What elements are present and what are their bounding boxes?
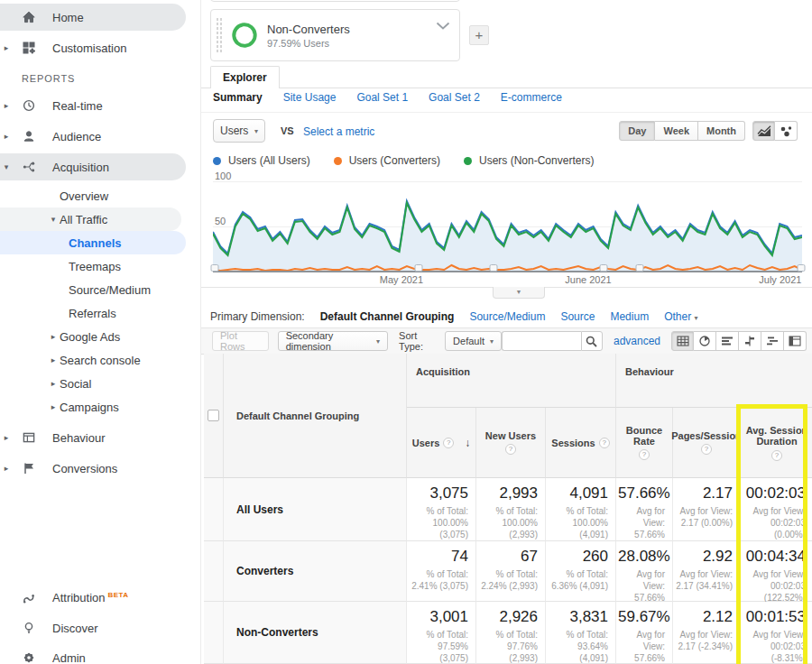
sidebar-item-admin[interactable]: Admin — [0, 644, 200, 664]
legend-item-non-converters[interactable]: Users (Non-Converters) — [464, 154, 594, 167]
select-all-checkbox[interactable] — [208, 410, 219, 421]
expand-arrow-icon[interactable]: ▸ — [47, 355, 60, 364]
expand-arrow-icon[interactable]: ▸ — [0, 101, 13, 110]
sidebar-item-campaigns[interactable]: ▸ Campaigns — [0, 395, 200, 419]
row-checkbox-cell — [204, 541, 224, 602]
cell-pages-session: 2.17Avg for View: 2.17 (0.00%) — [673, 478, 741, 541]
sidebar-item-customisation[interactable]: ▸ Customisation — [0, 34, 200, 61]
timeline-marker[interactable] — [797, 264, 805, 272]
help-icon[interactable]: ? — [443, 438, 454, 448]
dimension-source-link[interactable]: Source — [560, 310, 595, 323]
timeline-marker[interactable] — [414, 264, 422, 272]
timeline-marker[interactable] — [599, 264, 607, 272]
expand-arrow-icon[interactable]: ▾ — [0, 162, 13, 171]
chevron-down-icon[interactable] — [436, 17, 450, 33]
sidebar-item-google-ads[interactable]: ▸ Google Ads — [0, 325, 200, 348]
sidebar-item-real-time[interactable]: ▸ Real-time — [0, 92, 200, 119]
view-table-icon[interactable] — [671, 331, 694, 351]
sidebar-item-search-console[interactable]: ▸ Search console — [0, 348, 200, 372]
dimension-column-header[interactable]: Default Channel Grouping — [224, 354, 407, 478]
timeline-marker[interactable] — [635, 264, 643, 272]
sidebar-item-audience[interactable]: ▸ Audience — [0, 123, 200, 150]
timeseries-chart[interactable]: 100 50 — [213, 171, 802, 273]
dimension-source-medium-link[interactable]: Source/Medium — [469, 310, 545, 323]
legend-item-all-users[interactable]: Users (All Users) — [213, 154, 310, 167]
sidebar-item-referrals[interactable]: Referrals — [0, 301, 200, 325]
expand-arrow-icon[interactable]: ▸ — [0, 43, 13, 52]
timeline-marker[interactable] — [489, 264, 497, 272]
help-icon[interactable]: ? — [505, 444, 516, 455]
help-icon[interactable]: ? — [639, 449, 650, 460]
sidebar-item-overview[interactable]: Overview — [0, 184, 200, 208]
view-term-cloud-icon[interactable] — [761, 331, 784, 351]
sort-type-dropdown[interactable]: Default ▾ — [445, 331, 502, 351]
dimension-other-dropdown[interactable]: Other ▾ — [664, 310, 697, 323]
timeline-marker[interactable] — [210, 264, 218, 272]
help-icon[interactable]: ? — [599, 438, 610, 448]
view-percentage-icon[interactable] — [694, 331, 716, 351]
sidebar-item-conversions[interactable]: ▸ Conversions — [0, 455, 200, 482]
expand-arrow-icon[interactable]: ▸ — [47, 332, 60, 341]
drag-handle[interactable] — [216, 17, 224, 53]
table-row-label[interactable]: Converters — [224, 541, 407, 602]
plot-rows-button[interactable]: Plot Rows — [212, 331, 269, 351]
sidebar-item-source-medium[interactable]: Source/Medium — [0, 278, 200, 301]
view-comparison-icon[interactable] — [739, 331, 761, 351]
add-segment-button[interactable]: + — [469, 25, 489, 45]
column-header-users[interactable]: Users?↓ — [407, 408, 476, 478]
group-header-behaviour: Behaviour — [616, 354, 812, 408]
legend-item-converters[interactable]: Users (Converters) — [334, 154, 440, 167]
subtab-goal-set-2[interactable]: Goal Set 2 — [429, 91, 480, 104]
collapse-chart-button[interactable]: ▼ — [493, 287, 545, 299]
motion-chart-icon[interactable] — [775, 121, 798, 141]
subtab-ecommerce[interactable]: E-commerce — [501, 91, 562, 104]
granularity-day-button[interactable]: Day — [619, 121, 655, 141]
expand-arrow-icon[interactable]: ▸ — [0, 433, 13, 442]
expand-arrow-icon[interactable]: ▸ — [47, 402, 60, 411]
sidebar-item-home[interactable]: Home — [0, 4, 186, 31]
column-header-new-users[interactable]: New Users ? — [476, 408, 546, 478]
tab-explorer[interactable]: Explorer — [210, 66, 280, 88]
sidebar-item-acquisition[interactable]: ▾ Acquisition — [0, 153, 186, 180]
table-row-label[interactable]: Non-Converters — [224, 602, 407, 664]
expand-arrow-icon[interactable]: ▸ — [0, 132, 13, 141]
sidebar-item-channels[interactable]: Channels — [0, 231, 186, 254]
metric-dropdown-value: Users — [220, 124, 248, 137]
column-header-sessions[interactable]: Sessions? — [546, 408, 616, 478]
expand-arrow-icon[interactable]: ▸ — [0, 464, 13, 473]
line-chart-icon[interactable] — [752, 121, 775, 141]
sidebar-item-attribution[interactable]: AttributionBETA — [0, 585, 200, 612]
subtab-goal-set-1[interactable]: Goal Set 1 — [356, 91, 408, 104]
metric-dropdown[interactable]: Users ▾ — [213, 119, 265, 143]
expand-arrow-icon[interactable]: ▸ — [47, 379, 60, 388]
view-performance-icon[interactable] — [716, 331, 739, 351]
expand-arrow-icon[interactable]: ▾ — [47, 215, 60, 224]
search-icon[interactable] — [581, 331, 603, 351]
view-pivot-icon[interactable] — [784, 331, 807, 351]
sidebar-item-social[interactable]: ▸ Social — [0, 372, 200, 395]
sidebar-item-discover[interactable]: Discover — [0, 614, 200, 641]
help-icon[interactable]: ? — [701, 444, 712, 455]
table-row-label[interactable]: All Users — [224, 478, 407, 541]
column-header-avg-session-duration[interactable]: Avg. Session Duration? — [741, 408, 812, 478]
search-input[interactable] — [502, 331, 581, 351]
sidebar-item-all-traffic[interactable]: ▾ All Traffic — [0, 208, 181, 231]
dimension-default-channel-grouping[interactable]: Default Channel Grouping — [320, 310, 455, 323]
help-icon[interactable]: ? — [771, 450, 782, 461]
secondary-dimension-dropdown[interactable]: Secondary dimension ▾ — [278, 331, 388, 351]
sidebar-item-treemaps[interactable]: Treemaps — [0, 254, 200, 278]
advanced-link[interactable]: advanced — [614, 335, 660, 347]
dimension-medium-link[interactable]: Medium — [610, 310, 649, 323]
column-header-bounce-rate[interactable]: Bounce Rate ? — [616, 408, 673, 478]
subtab-site-usage[interactable]: Site Usage — [283, 91, 337, 104]
cell-pages-session: 2.12Avg for View: 2.17 (-2.34%) — [673, 602, 741, 664]
segment-card[interactable]: Non-Converters 97.59% Users — [210, 9, 460, 61]
granularity-week-button[interactable]: Week — [655, 121, 698, 141]
sidebar-item-behaviour[interactable]: ▸ Behaviour — [0, 424, 200, 451]
acquisition-icon — [18, 161, 40, 173]
subtab-summary[interactable]: Summary — [213, 91, 263, 104]
granularity-month-button[interactable]: Month — [698, 121, 745, 141]
select-metric-link[interactable]: Select a metric — [303, 125, 374, 138]
column-header-pages-session[interactable]: Pages/Session ? — [673, 408, 741, 478]
chart-canvas[interactable] — [213, 171, 802, 273]
